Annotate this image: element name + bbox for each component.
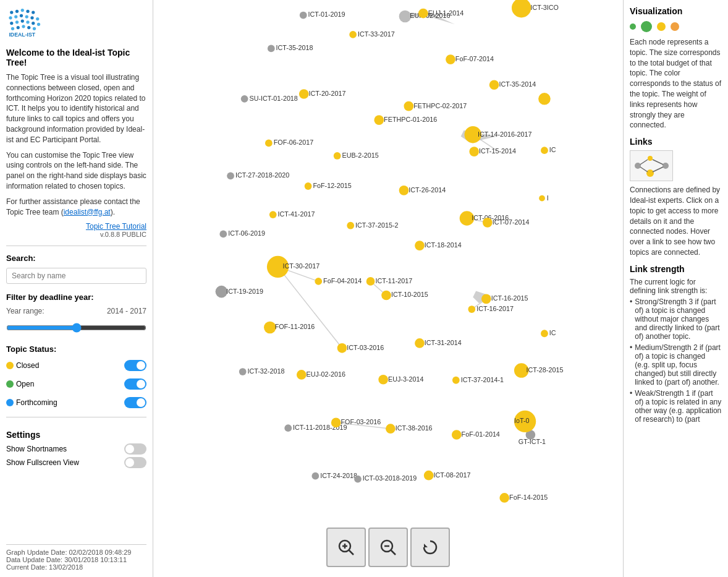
svg-point-12	[15, 20, 19, 24]
svg-point-15	[32, 22, 35, 25]
svg-point-16	[37, 23, 40, 26]
node-FoF-12-2015[interactable]	[305, 182, 312, 190]
node-EUJ-02-2016[interactable]	[297, 370, 307, 380]
zoom-out-button[interactable]	[368, 528, 408, 567]
forthcoming-toggle[interactable]	[124, 397, 146, 408]
node-IC-right[interactable]	[541, 147, 548, 154]
svg-point-18	[17, 26, 20, 29]
node-FOF-03-2016[interactable]	[331, 418, 341, 428]
node-ICT-37-2014-1[interactable]	[452, 377, 460, 384]
node-FoF-14-2015[interactable]	[499, 493, 509, 503]
zoom-in-button[interactable]	[326, 528, 366, 567]
node-EUB-2-2015[interactable]	[334, 152, 341, 160]
shortnames-toggle[interactable]	[124, 443, 146, 455]
svg-point-13	[21, 19, 24, 22]
status-forthcoming-label: Forthcoming	[16, 398, 124, 407]
svg-line-93	[391, 550, 396, 555]
email-link[interactable]: idealist@ffg.at	[64, 208, 111, 216]
svg-text:ICT-37-2015-2: ICT-37-2015-2	[355, 221, 398, 229]
svg-text:ICT-11-2017: ICT-11-2017	[375, 277, 412, 284]
node-SU-ICT-01-2018[interactable]	[241, 95, 248, 103]
svg-text:ICT-33-2017: ICT-33-2017	[358, 30, 395, 38]
node-ICT-35-2018[interactable]	[268, 45, 275, 53]
node-FETHPC-01-2016[interactable]	[374, 115, 384, 125]
svg-point-11	[10, 22, 13, 25]
node-FoF-07-2014[interactable]	[446, 54, 455, 64]
node-ICT-35-2014[interactable]	[489, 80, 499, 90]
year-range-label: Year range:	[6, 307, 44, 315]
node-ICT-15-2014[interactable]	[469, 147, 479, 156]
node-EUJ-3-2014[interactable]	[378, 375, 388, 385]
year-slider[interactable]	[6, 323, 146, 333]
svg-point-7	[20, 14, 23, 17]
node-ICT-07-2014[interactable]	[483, 218, 493, 228]
node-ICT-33-2017[interactable]	[349, 31, 357, 38]
node-ICT-27-2018-2020[interactable]	[227, 172, 234, 179]
reset-zoom-button[interactable]	[410, 528, 450, 567]
node-ICT-11-2017[interactable]	[366, 277, 375, 286]
node-EUJ-1-2014[interactable]	[418, 9, 428, 19]
node-ICT-26-2014[interactable]	[399, 186, 409, 195]
strength-item-0: • Strong/Strength 3 if (part of) a topic…	[630, 297, 722, 341]
svg-text:IC: IC	[549, 329, 556, 336]
node-ICT-03-2018-2019[interactable]	[354, 476, 362, 483]
left-panel: IDEAL-IST Welcome to the Ideal-ist Topic…	[0, 0, 153, 577]
node-FOF-11-2016[interactable]	[264, 322, 276, 334]
node-EUK-02-2016[interactable]	[399, 11, 412, 23]
large-node-icon	[641, 21, 652, 32]
node-FOF-06-2017[interactable]	[265, 140, 273, 147]
svg-point-8	[25, 15, 28, 18]
node-I-right[interactable]	[539, 195, 545, 202]
node-ICT-37-2015-2[interactable]	[347, 222, 354, 229]
node-ICT-06-2019[interactable]	[219, 231, 227, 238]
node-ICT-03-2016[interactable]	[337, 343, 347, 353]
svg-text:ICT-10-2015: ICT-10-2015	[391, 291, 428, 298]
open-toggle[interactable]	[124, 378, 146, 390]
svg-text:I: I	[547, 194, 549, 202]
svg-point-10	[36, 17, 39, 20]
svg-line-99	[640, 160, 648, 165]
node-ICT-31-2014[interactable]	[415, 338, 425, 348]
node-FETHPC-02-2017[interactable]	[404, 101, 413, 111]
node-ICT-16-2015[interactable]	[481, 294, 491, 304]
svg-text:ICT-37-2014-1: ICT-37-2014-1	[461, 376, 504, 383]
node-ICT-11-2018-2019[interactable]	[284, 424, 292, 432]
svg-text:ICT-03-2016: ICT-03-2016	[347, 344, 384, 351]
year-slider-container	[6, 323, 146, 335]
links-desc: Connections are defined by Ideal-ist exp…	[630, 185, 722, 258]
closed-toggle[interactable]	[124, 360, 146, 371]
svg-line-100	[640, 167, 648, 172]
node-ICT-08-2017[interactable]	[424, 471, 434, 481]
node-ICT-20-2017[interactable]	[299, 89, 309, 99]
search-input[interactable]	[6, 268, 146, 284]
node-ICT-24-2018[interactable]	[311, 472, 319, 480]
node-ICT-32-2018[interactable]	[239, 368, 247, 375]
node-ICT-18-2014[interactable]	[415, 241, 425, 250]
node-large-right[interactable]	[538, 93, 551, 105]
node-ICT-3ICO[interactable]	[512, 0, 531, 17]
tutorial-link[interactable]: Topic Tree Tutorial	[86, 222, 146, 231]
node-ICT-01-2019[interactable]	[300, 12, 307, 19]
bullet-strong: •	[630, 297, 632, 341]
year-range-value: 2014 - 2017	[107, 307, 146, 315]
svg-text:ICT-01-2019: ICT-01-2019	[308, 11, 345, 18]
fullscreen-toggle[interactable]	[124, 457, 146, 468]
node-ICT-10-2015[interactable]	[381, 291, 391, 301]
graph-area[interactable]: ICT-01-2019 EUK-02-2016 ICT-35-2018 SU-I…	[153, 0, 623, 577]
bullet-weak: •	[630, 389, 632, 424]
vis-desc: Each node represents a topic. The size c…	[630, 37, 722, 130]
node-FoF-01-2014[interactable]	[452, 430, 462, 440]
bullet-medium: •	[630, 343, 632, 387]
links-title: Links	[630, 137, 722, 147]
node-ICT-16-2017[interactable]	[468, 306, 475, 313]
node-ICT-38-2016[interactable]	[386, 424, 396, 434]
node-ICT-41-2017[interactable]	[269, 211, 277, 218]
svg-text:ICT-27-2018-2020: ICT-27-2018-2020	[235, 171, 289, 179]
node-FoF-04-2014[interactable]	[315, 278, 322, 285]
status-open-row: Open	[6, 378, 146, 390]
node-IC-r3[interactable]	[541, 330, 548, 337]
svg-point-20	[27, 26, 30, 29]
svg-text:IC: IC	[549, 146, 556, 153]
svg-point-6	[14, 15, 17, 18]
svg-text:ICT-18-2014: ICT-18-2014	[425, 241, 462, 249]
